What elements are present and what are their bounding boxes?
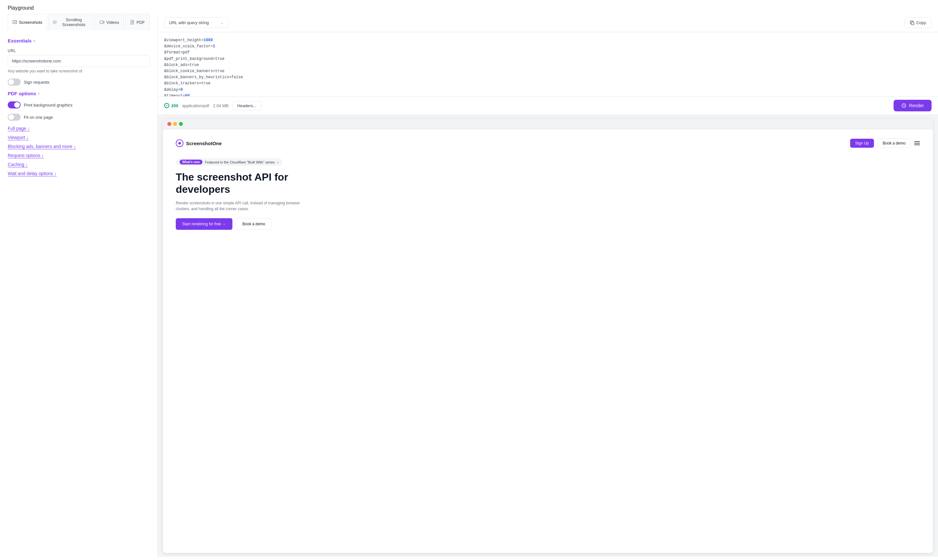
chevron-down-icon: ⌄: [220, 20, 224, 25]
status-row: 200 application/pdf 2.04 MB Headers... R…: [158, 97, 938, 115]
nav-book-demo-button[interactable]: Book a demo: [877, 138, 911, 148]
site-logo: ScreenshotOne: [176, 139, 222, 147]
preview-area: ScreenshotOne Sign Up Book a demo: [158, 115, 938, 557]
status-code: 200: [171, 103, 178, 108]
svg-rect-2: [100, 21, 103, 24]
hero-description: Render screenshots in one simple API cal…: [176, 200, 920, 212]
browser-maximize-dot: [179, 122, 183, 126]
tab-scrolling[interactable]: Scrolling Screenshots: [48, 14, 94, 30]
url-input[interactable]: [8, 55, 150, 67]
essentials-title[interactable]: Essentials ↑: [8, 38, 150, 43]
logo-icon: [176, 139, 183, 147]
browser-minimize-dot: [173, 122, 177, 126]
site-nav: ScreenshotOne Sign Up Book a demo: [176, 138, 920, 148]
tab-screenshots[interactable]: Screenshots: [8, 14, 47, 30]
browser-content: ScreenshotOne Sign Up Book a demo: [163, 129, 933, 239]
collapsible-sections: Full page ↓ Viewport ↓ Blocking ads, ban…: [8, 126, 150, 176]
code-line: &delay=0: [164, 87, 932, 93]
chevron-right-icon: ›: [277, 160, 279, 164]
badge-text: Featured in the Cloudflare "Built With" …: [205, 160, 275, 164]
nav-buttons: Sign Up Book a demo: [850, 138, 920, 148]
print-background-toggle[interactable]: [8, 102, 21, 108]
pdf-options-section: PDF options ↑ Print background graphics …: [8, 91, 150, 121]
url-type-select[interactable]: URL with query string ⌄: [164, 17, 229, 28]
render-button[interactable]: Render: [893, 100, 932, 111]
hero-cta-primary[interactable]: Start rendering for free →: [176, 218, 232, 230]
code-line: &pdf_print_background=true: [164, 56, 932, 62]
viewport-section[interactable]: Viewport ↓: [8, 135, 150, 140]
code-line: &block_banners_by_heuristics=false: [164, 74, 932, 80]
browser-close-dot: [168, 122, 171, 126]
code-line: &viewport_height=1080: [164, 37, 932, 43]
sign-requests-row: Sign requests: [8, 78, 150, 86]
url-hint: Any website you want to take screenshot …: [8, 69, 150, 73]
status-badge: 200: [164, 103, 178, 108]
code-line: &format=pdf: [164, 49, 932, 56]
render-icon: [901, 103, 906, 108]
screenshot-icon: [12, 20, 17, 25]
essentials-section: Essentials ↑ URL Any website you want to…: [8, 38, 150, 86]
hero-cta-secondary[interactable]: Book a demo: [235, 218, 272, 230]
fit-on-one-page-label: Fit on one page: [24, 115, 53, 120]
nav-signup-button[interactable]: Sign Up: [850, 139, 874, 148]
copy-button[interactable]: Copy: [904, 17, 932, 28]
logo-dot: [178, 142, 181, 145]
browser-chrome: [163, 119, 933, 129]
hamburger-icon[interactable]: [914, 141, 920, 145]
hero-badge: What's new Featured in the Cloudflare "B…: [176, 158, 282, 166]
file-size: 2.04 MB: [213, 103, 229, 108]
hero-section: What's new Featured in the Cloudflare "B…: [176, 158, 920, 230]
code-line: &block_ads=true: [164, 62, 932, 68]
hero-title: The screenshot API for developers: [176, 171, 920, 196]
wait-delay-section[interactable]: Wait and delay options ↓: [8, 171, 150, 176]
pdf-options-title[interactable]: PDF options ↑: [8, 91, 150, 96]
code-line: &block_trackers=true: [164, 80, 932, 86]
tab-pdf[interactable]: PDF: [125, 14, 150, 30]
sign-requests-toggle[interactable]: [8, 78, 21, 86]
pdf-icon: [130, 20, 135, 25]
left-panel: Screenshots Scrolling Screenshots Videos: [0, 14, 158, 557]
blocking-section[interactable]: Blocking ads, banners and more ↓: [8, 144, 150, 149]
tab-scrolling-label: Scrolling Screenshots: [58, 17, 89, 27]
hero-title-line2: developers: [176, 183, 230, 195]
url-label: URL: [8, 49, 150, 53]
site-name: ScreenshotOne: [186, 141, 222, 146]
badge-label: What's new: [180, 160, 203, 165]
url-bar-row: URL with query string ⌄ Copy: [158, 14, 938, 32]
app-title: Playground: [8, 5, 34, 11]
full-page-section[interactable]: Full page ↓: [8, 126, 150, 131]
render-label: Render: [909, 103, 924, 108]
code-area: &viewport_height=1080 &device_scale_fact…: [158, 32, 938, 97]
tab-videos[interactable]: Videos: [95, 14, 124, 30]
caching-section[interactable]: Caching ↓: [8, 162, 150, 167]
tabs-row: Screenshots Scrolling Screenshots Videos: [8, 14, 150, 30]
app-header: Playground: [0, 0, 938, 14]
headers-button[interactable]: Headers...: [232, 101, 261, 111]
scrolling-icon: [53, 20, 57, 25]
tab-pdf-label: PDF: [137, 20, 145, 25]
browser-window: ScreenshotOne Sign Up Book a demo: [163, 119, 933, 553]
right-panel: URL with query string ⌄ Copy &viewport_h…: [158, 14, 938, 557]
fit-on-one-page-toggle[interactable]: [8, 114, 21, 121]
code-line: &device_scale_factor=1: [164, 43, 932, 49]
request-section[interactable]: Request options ↓: [8, 153, 150, 158]
content-type: application/pdf: [182, 103, 209, 108]
video-icon: [100, 20, 104, 25]
hero-buttons: Start rendering for free → Book a demo: [176, 218, 920, 230]
tab-videos-label: Videos: [106, 20, 119, 25]
svg-rect-3: [911, 22, 914, 25]
code-line: &block_cookie_banners=true: [164, 68, 932, 74]
print-background-label: Print background graphics: [24, 103, 72, 108]
tab-screenshots-label: Screenshots: [19, 20, 42, 25]
print-background-row: Print background graphics: [8, 102, 150, 108]
hero-title-line1: The screenshot API for: [176, 171, 288, 183]
code-line: &timeout=60: [164, 93, 932, 97]
fit-on-one-page-row: Fit on one page: [8, 114, 150, 121]
status-icon: [164, 103, 169, 108]
copy-label: Copy: [916, 20, 926, 25]
copy-icon: [910, 21, 915, 25]
url-type-label: URL with query string: [169, 20, 209, 25]
sign-requests-label: Sign requests: [24, 80, 49, 85]
